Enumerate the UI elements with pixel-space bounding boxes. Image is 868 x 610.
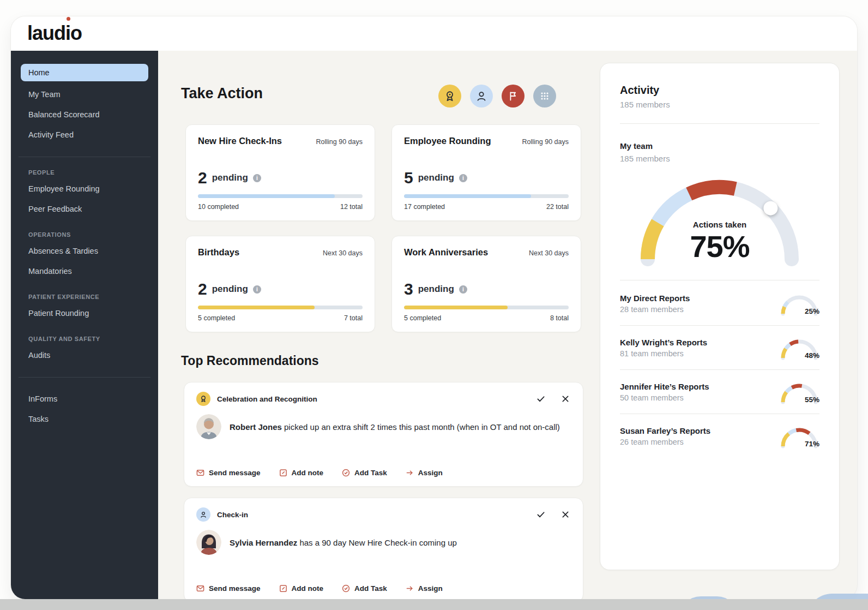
add-task-action[interactable]: Add Task — [342, 469, 387, 477]
report-row-susan-farley[interactable]: Susan Farley’s Reports 26 team members 7… — [620, 414, 819, 458]
sidebar-item-home[interactable]: Home — [21, 64, 148, 81]
note-icon — [279, 469, 287, 477]
mini-gauge: 55% — [779, 379, 819, 404]
flag-icon — [508, 91, 519, 101]
pending-count: 2 — [198, 169, 207, 187]
report-row-jennifer-hite[interactable]: Jennifer Hite’s Reports 50 team members … — [620, 369, 819, 414]
pending-label: pending — [418, 172, 454, 183]
send-message-action[interactable]: Send message — [196, 584, 261, 593]
card-title: New Hire Check-Ins — [198, 136, 282, 146]
info-icon[interactable] — [253, 174, 261, 182]
pending-label: pending — [418, 284, 454, 295]
sidebar-item-audits[interactable]: Audits — [21, 345, 148, 366]
report-members: 81 team members — [620, 349, 707, 358]
report-members: 26 team members — [620, 438, 710, 446]
report-members: 28 team members — [620, 305, 690, 314]
sidebar-item-activity-feed[interactable]: Activity Feed — [21, 125, 148, 145]
pending-label: pending — [212, 172, 248, 183]
sidebar-item-tasks[interactable]: Tasks — [21, 409, 148, 429]
pending-label: pending — [212, 284, 248, 295]
recommendation-tag: Celebration and Recognition — [217, 395, 317, 403]
award-button[interactable] — [438, 85, 461, 107]
sidebar-item-employee-rounding[interactable]: Employee Rounding — [21, 179, 148, 199]
mini-gauge: 71% — [779, 423, 819, 448]
take-action-cards: New Hire Check-Ins Rolling 90 days 2 pen… — [185, 124, 581, 332]
card-work-anniversaries[interactable]: Work Anniversaries Next 30 days 3 pendin… — [391, 236, 581, 332]
check-in-button[interactable] — [470, 85, 493, 107]
sidebar-item-patient-rounding[interactable]: Patient Rounding — [21, 303, 148, 324]
report-percent: 71% — [805, 440, 819, 448]
apps-button[interactable] — [533, 85, 556, 107]
envelope-icon — [196, 584, 204, 593]
progress-bar — [198, 306, 363, 309]
top-recommendations-title: Top Recommendations — [181, 354, 319, 368]
accept-button[interactable] — [535, 509, 547, 521]
activity-panel: Activity 185 members My team 185 members… — [600, 63, 840, 570]
report-title: Susan Farley’s Reports — [620, 426, 710, 435]
sidebar-section-quality-safety: QUALITY AND SAFETY — [21, 336, 148, 342]
card-period: Next 30 days — [529, 249, 569, 257]
pending-count: 3 — [404, 280, 413, 298]
flag-button[interactable] — [502, 85, 525, 107]
progress-bar — [404, 306, 569, 309]
recommendation-text: Sylvia Hernandez has a 90 day New Hire C… — [230, 538, 457, 547]
report-percent: 25% — [805, 307, 819, 315]
sidebar-item-balanced-scorecard[interactable]: Balanced Scorecard — [21, 105, 148, 125]
info-icon[interactable] — [459, 174, 467, 182]
total-label: 22 total — [546, 203, 569, 211]
completed-label: 10 completed — [198, 203, 239, 211]
completed-label: 17 completed — [404, 203, 445, 211]
add-note-action[interactable]: Add note — [279, 584, 324, 593]
card-new-hire-check-ins[interactable]: New Hire Check-Ins Rolling 90 days 2 pen… — [185, 124, 375, 221]
recommendation-tag: Check-in — [217, 511, 248, 519]
dismiss-button[interactable] — [560, 393, 571, 404]
assign-action[interactable]: Assign — [406, 469, 443, 477]
sidebar-section-patient-experience: PATIENT EXPERIENCE — [21, 294, 148, 300]
sidebar-item-absences-tardies[interactable]: Absences & Tardies — [21, 241, 148, 261]
arrow-right-icon — [406, 469, 414, 477]
actions-taken-gauge: Actions taken 75% — [638, 176, 801, 268]
pending-count: 5 — [404, 169, 413, 187]
card-birthdays[interactable]: Birthdays Next 30 days 2 pending 5 compl… — [185, 236, 375, 332]
progress-bar — [198, 194, 363, 198]
card-title: Work Anniversaries — [404, 247, 488, 258]
recommendation-card-check-in: Check-in — [184, 498, 583, 599]
add-task-action[interactable]: Add Task — [342, 584, 387, 593]
assign-action[interactable]: Assign — [406, 584, 443, 593]
total-label: 8 total — [550, 314, 569, 322]
completed-label: 5 completed — [198, 314, 235, 322]
sidebar-item-peer-feedback[interactable]: Peer Feedback — [21, 199, 148, 219]
sidebar-item-mandatories[interactable]: Mandatories — [21, 261, 148, 282]
quick-actions — [438, 85, 556, 107]
sidebar-divider — [19, 377, 150, 378]
person-icon — [475, 90, 487, 102]
info-icon[interactable] — [253, 285, 261, 294]
sidebar-item-informs[interactable]: InForms — [21, 389, 148, 409]
report-row-kelly-wright[interactable]: Kelly Wright’s Reports 81 team members 4… — [620, 325, 819, 369]
add-note-action[interactable]: Add note — [279, 469, 324, 477]
card-employee-rounding[interactable]: Employee Rounding Rolling 90 days 5 pend… — [391, 124, 581, 221]
activity-members: 185 members — [620, 100, 819, 109]
dismiss-button[interactable] — [560, 509, 571, 520]
recommendation-text: Robert Jones picked up an extra shift 2 … — [230, 422, 560, 432]
report-title: Kelly Wright’s Reports — [620, 338, 707, 347]
my-team-members: 185 members — [620, 154, 819, 163]
card-title: Employee Rounding — [404, 136, 491, 146]
send-message-action[interactable]: Send message — [196, 469, 261, 477]
report-percent: 55% — [805, 396, 819, 404]
app-header: laudio — [11, 16, 857, 51]
screen: laudio Home My Team Balanced Scorecard A… — [0, 0, 868, 610]
info-icon[interactable] — [459, 285, 467, 294]
panel-divider — [620, 280, 819, 280]
sidebar: Home My Team Balanced Scorecard Activity… — [11, 51, 158, 599]
total-label: 7 total — [344, 314, 363, 322]
report-members: 50 team members — [620, 393, 709, 402]
avatar — [196, 530, 221, 555]
report-row-my-direct-reports[interactable]: My Direct Reports 28 team members 25% — [620, 282, 819, 325]
panel-divider — [620, 123, 819, 124]
accept-button[interactable] — [535, 393, 547, 405]
avatar — [196, 414, 221, 439]
person-name: Robert Jones — [230, 422, 282, 432]
app-window: laudio Home My Team Balanced Scorecard A… — [11, 16, 857, 599]
sidebar-item-my-team[interactable]: My Team — [21, 85, 148, 105]
